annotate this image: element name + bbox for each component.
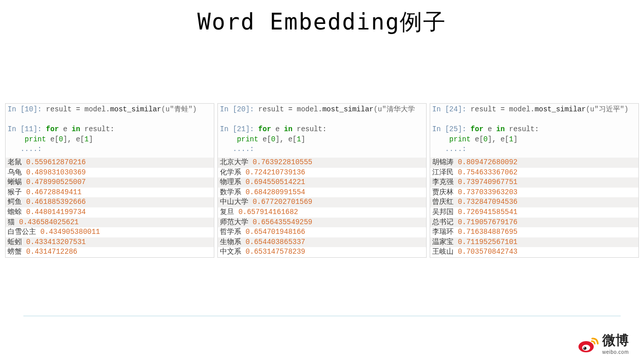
print-idx1: 1 [297, 135, 301, 143]
output-word: 数学系 [220, 188, 245, 196]
print-end: ] [513, 135, 518, 143]
output-word: 猴子 [8, 188, 26, 196]
output-score: 0.719057679176 [458, 218, 518, 226]
output-row: 猴子 0.46728849411 [6, 188, 214, 198]
print-kw: print [449, 135, 471, 143]
kw-in: in [284, 125, 293, 133]
print-mid: ], e[ [488, 135, 509, 143]
output-row: 白雪公主 0.434905380011 [6, 227, 214, 237]
kw-for: for [254, 125, 271, 133]
output-score: 0.653147578239 [245, 248, 305, 256]
indent [220, 135, 237, 143]
weibo-subtext: weibo.com [602, 349, 629, 355]
output-row: 北京大学 0.763922810555 [218, 158, 426, 168]
output-row: 曾庆红 0.732847094536 [430, 197, 638, 207]
output-row: 中山大学 0.677202701569 [218, 197, 426, 207]
output-score: 0.809472680092 [458, 158, 518, 166]
output-score: 0.46728849411 [26, 188, 81, 196]
code-line-call: In [20]: result = model.most_similar(u"清… [220, 105, 424, 115]
output-row: 老鼠 0.559612870216 [6, 158, 214, 168]
output-score: 0.694550514221 [245, 178, 305, 186]
output-row: 中文系 0.653147578239 [218, 247, 426, 257]
output-word: 中山大学 [220, 198, 252, 206]
output-word: 生物系 [220, 238, 245, 246]
output-score: 0.489831030369 [26, 168, 86, 176]
weibo-text: 微博 [602, 332, 629, 348]
output-word: 北京大学 [220, 158, 252, 166]
assign-text: result = model. [254, 105, 322, 113]
output-score: 0.448014199734 [26, 208, 86, 216]
output-word: 胡锦涛 [432, 158, 458, 166]
output-score: 0.732847094536 [458, 198, 518, 206]
loop-var: e [484, 125, 496, 133]
weibo-eye-icon [577, 336, 599, 354]
assign-text: result = model. [466, 105, 534, 113]
indent [8, 135, 25, 143]
output-word: 蜥蜴 [8, 178, 26, 186]
code-line-print: print e[0], e[1] [432, 135, 636, 145]
kw-for: for [466, 125, 484, 133]
print-end: ] [301, 135, 305, 143]
output-row: 总书记 0.719057679176 [430, 218, 638, 228]
output-word: 白雪公主 [8, 228, 40, 236]
output-score: 0.677202701569 [252, 198, 312, 206]
output-row: 江泽民 0.754633367062 [430, 168, 638, 178]
method-name: most_similar [535, 105, 586, 113]
output-score: 0.4314712286 [26, 248, 77, 256]
output-score: 0.436584025621 [19, 218, 79, 226]
blank-line [432, 115, 636, 125]
output-score: 0.724210739136 [245, 168, 305, 176]
output-score: 0.684280991554 [245, 188, 305, 196]
output-word: 猫 [8, 218, 19, 226]
output-row: 螃蟹 0.4314712286 [6, 247, 214, 257]
call-arg: (u"习近平") [586, 105, 628, 113]
output-list: 老鼠 0.559612870216乌龟 0.489831030369蜥蜴 0.4… [6, 158, 214, 257]
prompt: In [10]: [8, 105, 42, 113]
code-line-loop: In [25]: for e in result: [432, 125, 636, 135]
output-score: 0.726941585541 [458, 208, 518, 216]
output-row: 蜥蜴 0.478990525007 [6, 177, 214, 188]
slide-title: Word Embedding例子 [0, 0, 644, 37]
output-score: 0.433413207531 [26, 238, 86, 246]
output-row: 蚯蚓 0.433413207531 [6, 237, 214, 248]
output-score: 0.654403865337 [245, 238, 305, 246]
output-word: 李瑞环 [432, 228, 458, 236]
continuation-dots: ....: [432, 144, 636, 155]
print-e1: e[ [471, 135, 484, 143]
loop-var: e [271, 125, 284, 133]
output-word: 复旦 [220, 208, 238, 216]
output-row: 温家宝 0.711952567101 [430, 237, 638, 248]
output-word: 李克强 [432, 178, 458, 186]
output-row: 数学系 0.684280991554 [218, 188, 426, 198]
print-idx1: 1 [509, 135, 513, 143]
prompt: In [21]: [220, 125, 254, 133]
slide: Word Embedding例子 In [10]: result = model… [0, 0, 644, 363]
output-score: 0.654701948166 [245, 228, 305, 236]
code-block: In [10]: result = model.most_similar(u"青… [6, 104, 214, 158]
output-score: 0.461885392666 [26, 198, 86, 206]
print-idx0: 0 [484, 135, 488, 143]
print-e1: e[ [259, 135, 271, 143]
output-row: 李克强 0.739740967751 [430, 177, 638, 188]
output-word: 鳄鱼 [8, 198, 26, 206]
output-row: 胡锦涛 0.809472680092 [430, 158, 638, 168]
output-word: 化学系 [220, 168, 245, 176]
print-idx0: 0 [59, 135, 63, 143]
output-word: 师范大学 [220, 218, 252, 226]
method-name: most_similar [323, 105, 374, 113]
output-list: 胡锦涛 0.809472680092江泽民 0.754633367062李克强 … [430, 158, 638, 257]
output-score: 0.559612870216 [26, 158, 86, 166]
output-word: 总书记 [432, 218, 458, 226]
loop-rest: result: [80, 125, 114, 133]
code-line-print: print e[0], e[1] [8, 135, 212, 145]
output-row: 蟾蜍 0.448014199734 [6, 207, 214, 218]
print-mid: ], e[ [63, 135, 84, 143]
output-row: 贾庆林 0.737033963203 [430, 188, 638, 198]
print-idx1: 1 [84, 135, 88, 143]
output-word: 螃蟹 [8, 248, 26, 256]
blank-line [220, 115, 424, 125]
output-row: 师范大学 0.656435549259 [218, 218, 426, 228]
output-score: 0.763922810555 [252, 158, 312, 166]
prompt: In [11]: [8, 125, 42, 133]
output-row: 生物系 0.654403865337 [218, 237, 426, 248]
